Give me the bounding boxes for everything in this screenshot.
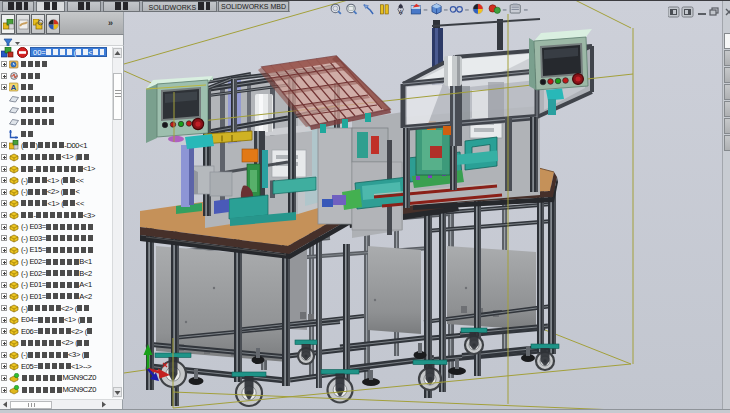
svg-text:A: A	[11, 83, 17, 92]
svg-text:A: A	[399, 9, 403, 15]
